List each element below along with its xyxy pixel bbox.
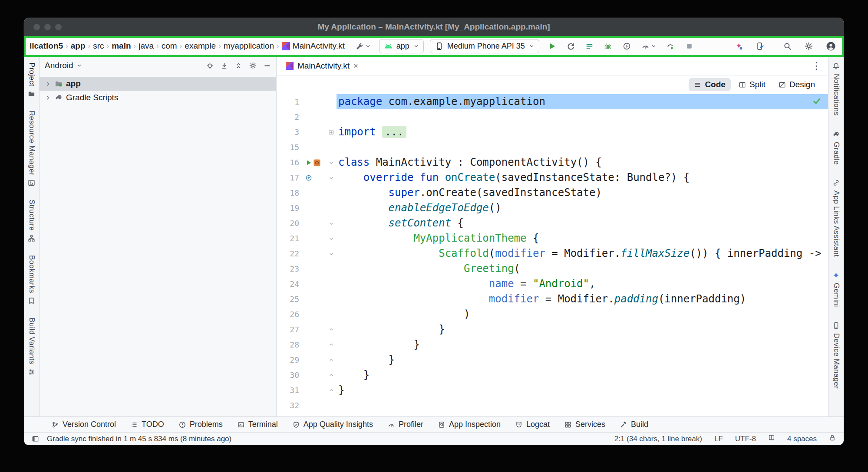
tool-window-button-services[interactable]: Services	[564, 420, 605, 429]
tool-strip-item-structure[interactable]: Structure	[27, 200, 36, 242]
fold-close-icon[interactable]	[328, 387, 334, 393]
override-marker-icon[interactable]	[305, 174, 312, 181]
code-text[interactable]: }	[337, 352, 828, 367]
code-text[interactable]: super.onCreate(savedInstanceState)	[337, 185, 828, 200]
breadcrumb-item-src[interactable]: src	[92, 41, 104, 51]
tool-strip-item-build-variants[interactable]: Build Variants	[27, 318, 36, 376]
status-widget-book[interactable]	[768, 434, 775, 443]
stop-button[interactable]	[683, 40, 696, 52]
build-tool-button[interactable]	[353, 40, 373, 52]
code-text[interactable]: class MainActivity : ComponentActivity()…	[337, 155, 828, 170]
tree-node-app[interactable]: app	[40, 77, 276, 91]
account-button[interactable]	[823, 39, 838, 53]
running-devices-button[interactable]	[753, 40, 767, 52]
fold-close-icon[interactable]	[328, 372, 334, 378]
layout-icon[interactable]	[32, 435, 39, 442]
more-vertical-icon[interactable]: ⋮	[812, 60, 825, 72]
status-widget[interactable]: UTF-8	[735, 435, 756, 443]
tool-strip-item-app-links-assistant[interactable]: App Links Assistant	[832, 179, 841, 257]
tool-window-button-logcat[interactable]: Logcat	[515, 420, 550, 429]
chevron-right-icon[interactable]	[45, 81, 51, 87]
profile-run-button[interactable]	[664, 40, 677, 52]
tool-window-button-app-quality-insights[interactable]: App Quality Insights	[293, 420, 373, 429]
editor-tab-mainactivity[interactable]: MainActivity.kt ×	[280, 56, 364, 75]
code-text[interactable]: enableEdgeToEdge()	[337, 200, 828, 216]
build-menu-button[interactable]	[583, 40, 596, 52]
code-text[interactable]	[337, 109, 828, 125]
tool-window-button-problems[interactable]: Problems	[179, 420, 223, 429]
run-button[interactable]	[545, 40, 559, 52]
tool-window-button-todo[interactable]: TODO	[131, 420, 164, 429]
code-text[interactable]	[337, 398, 828, 413]
breadcrumb-item-lication5[interactable]: lication5	[29, 41, 63, 51]
scroll-down-button[interactable]	[221, 62, 228, 69]
tool-strip-item-gradle[interactable]: Gradle	[832, 131, 841, 165]
tool-strip-item-project[interactable]: Project	[27, 62, 36, 98]
tool-strip-item-gemini[interactable]: Gemini	[832, 272, 841, 307]
tool-window-button-build[interactable]: Build	[620, 420, 648, 429]
code-text[interactable]: modifier = Modifier.padding(innerPadding…	[337, 292, 828, 307]
tool-strip-item-bookmarks[interactable]: Bookmarks	[27, 255, 36, 305]
hide-button[interactable]	[264, 62, 271, 69]
breadcrumb-item-example[interactable]: example	[184, 41, 216, 51]
settings-button[interactable]	[802, 40, 815, 52]
chevron-right-icon[interactable]	[45, 95, 51, 101]
project-view-selector[interactable]: Android	[45, 61, 73, 70]
collapse-all-button[interactable]	[235, 62, 242, 69]
minimize-window-button[interactable]	[44, 24, 51, 30]
code-text[interactable]: setContent {	[337, 216, 828, 231]
tool-window-button-terminal[interactable]: Terminal	[238, 420, 278, 429]
gemini-button[interactable]	[732, 40, 746, 52]
tool-window-button-profiler[interactable]: Profiler	[388, 420, 423, 429]
breadcrumb-item-mainactivity-kt[interactable]: MainActivity.kt	[281, 41, 345, 51]
device-selector[interactable]: Medium Phone API 35	[430, 39, 539, 53]
tool-strip-item-device-manager[interactable]: Device Manager	[832, 322, 841, 389]
code-text[interactable]: }	[337, 322, 828, 337]
code-text[interactable]: }	[337, 337, 828, 352]
search-everywhere-button[interactable]	[781, 40, 794, 52]
code-text[interactable]: Scaffold(modifier = Modifier.fillMaxSize…	[337, 246, 828, 261]
view-mode-code[interactable]: Code	[689, 78, 731, 91]
code-text[interactable]: package com.example.myapplication	[337, 94, 828, 109]
fold-open-icon[interactable]	[328, 251, 334, 257]
code-text[interactable]	[337, 140, 828, 155]
fold-close-icon[interactable]	[328, 327, 334, 333]
close-tab-icon[interactable]: ×	[353, 62, 358, 71]
tool-strip-item-notifications[interactable]: Notifications	[832, 62, 841, 116]
status-widget-lock[interactable]	[829, 434, 836, 443]
fold-open-icon[interactable]	[328, 160, 334, 166]
code-text[interactable]: )	[337, 307, 828, 322]
fold-folded-icon[interactable]	[328, 129, 334, 135]
tree-node-gradle-scripts[interactable]: Gradle Scripts	[40, 91, 276, 105]
breadcrumb-item-app[interactable]: app	[70, 41, 86, 51]
fold-close-icon[interactable]	[328, 357, 334, 363]
zoom-window-button[interactable]	[55, 24, 62, 30]
code-text[interactable]: import ...	[337, 125, 828, 140]
status-widget[interactable]: 4 spaces	[787, 435, 817, 443]
code-text[interactable]: override fun onCreate(savedInstanceState…	[337, 170, 828, 185]
code-text[interactable]: name = "Android",	[337, 276, 828, 292]
code-editor[interactable]: 1package com.example.myapplication23impo…	[277, 93, 828, 416]
inspection-check-icon[interactable]	[812, 97, 821, 105]
breadcrumb-item-main[interactable]: main	[111, 41, 131, 51]
tool-window-button-version-control[interactable]: Version Control	[52, 420, 116, 429]
breadcrumb-item-com[interactable]: com	[161, 41, 178, 51]
fold-open-icon[interactable]	[328, 220, 334, 226]
breadcrumb-item-myapplication[interactable]: myapplication	[223, 41, 274, 51]
fold-open-icon[interactable]	[328, 175, 334, 181]
status-widget[interactable]: 2:1 (34 chars, 1 line break)	[614, 435, 702, 443]
status-widget[interactable]: LF	[714, 435, 723, 443]
tool-window-button-app-inspection[interactable]: App Inspection	[438, 420, 501, 429]
view-mode-design[interactable]: Design	[773, 78, 820, 91]
debug-button[interactable]	[601, 40, 615, 52]
run-configuration-selector[interactable]: app	[379, 39, 424, 53]
close-window-button[interactable]	[33, 24, 40, 30]
locate-button[interactable]	[206, 62, 214, 69]
fold-open-icon[interactable]	[328, 236, 334, 242]
code-text[interactable]: }	[337, 367, 828, 383]
code-text[interactable]: MyApplicationTheme {	[337, 231, 828, 246]
breadcrumb-item-java[interactable]: java	[138, 41, 154, 51]
profiler-button[interactable]	[639, 40, 659, 52]
view-mode-split[interactable]: Split	[733, 78, 771, 91]
code-text[interactable]: Greeting(	[337, 261, 828, 276]
